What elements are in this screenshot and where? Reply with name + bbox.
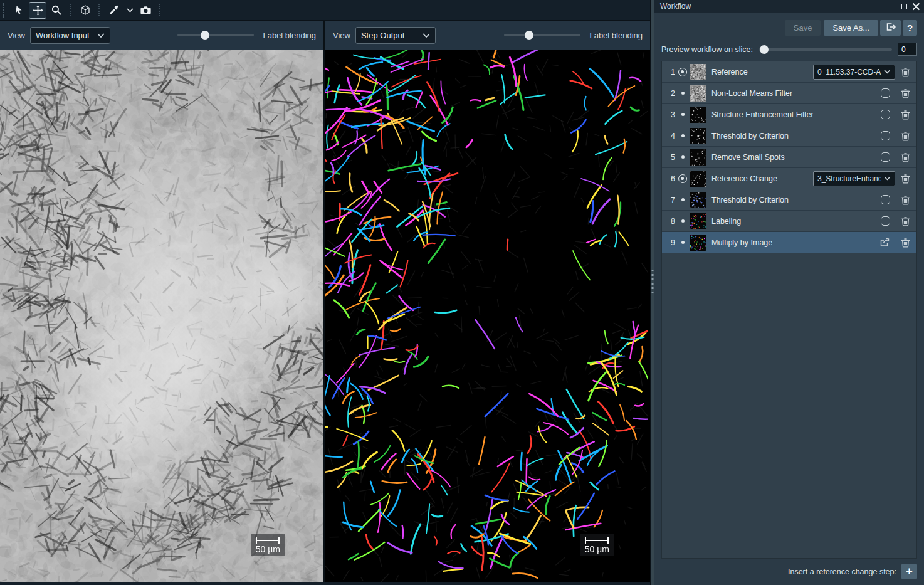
step-output-checkbox[interactable]: [881, 110, 890, 119]
application-window: View Workflow Input Label blending View: [0, 0, 924, 585]
right-scale-bar: 50 µm: [580, 534, 614, 556]
step-label: Threshold by Criterion: [711, 132, 789, 140]
step-output-checkbox[interactable]: [881, 88, 890, 98]
insert-reference-button[interactable]: +: [901, 564, 917, 579]
cube-3d-icon: [80, 4, 91, 16]
step-thumbnail: [690, 149, 706, 166]
chevron-down-icon: [884, 176, 891, 181]
left-view-dropdown[interactable]: Workflow Input: [30, 27, 110, 44]
step-label: Reference: [711, 68, 748, 76]
splitter-grip-icon[interactable]: [652, 270, 654, 296]
close-icon[interactable]: [912, 3, 920, 11]
step-row-non-local-means[interactable]: 2 Non-Local Means Filter: [662, 83, 916, 104]
toolbar-separator: [70, 4, 72, 16]
right-view-dropdown-value: Step Output: [361, 31, 404, 40]
workflow-actions: Save Save As... ?: [661, 20, 917, 36]
active-reference-radio[interactable]: [678, 174, 687, 183]
preview-slice-slider[interactable]: [759, 45, 892, 54]
step-index: 3: [667, 110, 675, 119]
zoom-tool-button[interactable]: [48, 2, 65, 19]
slider-track: [177, 34, 254, 36]
step-row-reference-change[interactable]: 6 Reference Change 3_StructureEnhanc: [662, 168, 916, 189]
delete-step-button[interactable]: [901, 216, 910, 226]
active-reference-radio[interactable]: [678, 68, 687, 76]
camera-icon: [140, 5, 152, 16]
slice-number-input[interactable]: [898, 43, 917, 56]
step-bullet-icon: [681, 134, 685, 137]
step-row-multiply-by-image[interactable]: 9 Multiply by Image: [662, 232, 916, 253]
step-bullet-icon: [681, 198, 685, 201]
save-as-button[interactable]: Save As...: [824, 20, 878, 36]
viewer-panes: 50 µm 50 µm: [0, 50, 650, 582]
view-label: View: [333, 31, 350, 40]
delete-step-button[interactable]: [901, 131, 910, 141]
step-thumbnail: [690, 107, 706, 123]
select-tool-button[interactable]: [10, 2, 28, 19]
reference-change-value: 3_StructureEnhanc: [817, 174, 881, 183]
picker-dropdown-button[interactable]: [124, 2, 135, 19]
step-bullet-icon: [681, 155, 685, 159]
eyedropper-icon: [108, 4, 120, 16]
toolbar-drag-handle[interactable]: [3, 3, 6, 18]
step-output-viewer[interactable]: 50 µm: [325, 50, 650, 582]
toolbar-separator: [159, 4, 161, 16]
box-3d-tool-button[interactable]: [76, 2, 94, 19]
scale-bar-bracket: [256, 537, 280, 544]
picker-tool-button[interactable]: [105, 2, 123, 19]
step-row-structure-enhancement[interactable]: 3 Structure Enhancement Filter: [662, 104, 916, 125]
help-button[interactable]: ?: [903, 20, 917, 36]
right-view-dropdown[interactable]: Step Output: [355, 27, 436, 44]
step-index: 8: [667, 217, 675, 226]
workflow-steps-list: 1 Reference 0_11.53.37-CCD-Ac: [661, 61, 917, 559]
step-row-remove-small-spots[interactable]: 5 Remove Small Spots: [662, 147, 916, 168]
left-label-blending-slider[interactable]: [177, 31, 254, 40]
insert-reference-label: Insert a reference change step:: [788, 567, 896, 576]
delete-step-button[interactable]: [901, 67, 910, 77]
save-button[interactable]: Save: [785, 20, 821, 36]
view-label: View: [8, 31, 25, 40]
slider-handle[interactable]: [525, 31, 533, 40]
delete-step-button[interactable]: [901, 238, 910, 248]
step-row-threshold-1[interactable]: 4 Threshold by Criterion: [662, 125, 916, 147]
panel-splitter[interactable]: [650, 0, 654, 585]
delete-step-button[interactable]: [901, 88, 910, 98]
pan-tool-button[interactable]: [29, 2, 46, 19]
status-strip: [0, 582, 650, 585]
delete-step-button[interactable]: [901, 152, 910, 162]
right-label-blending-slider[interactable]: [504, 31, 580, 40]
reference-source-dropdown[interactable]: 0_11.53.37-CCD-Ac: [813, 65, 895, 80]
maximize-icon[interactable]: [901, 4, 907, 9]
step-output-checkbox[interactable]: [881, 131, 890, 140]
cursor-arrow-icon: [13, 4, 24, 16]
step-row-labeling[interactable]: 8 Labeling: [662, 211, 916, 232]
step-bullet-icon: [681, 113, 685, 116]
step-output-checkbox[interactable]: [881, 195, 890, 204]
left-viewer-options: View Workflow Input Label blending: [0, 21, 325, 50]
delete-step-button[interactable]: [901, 174, 910, 184]
viewer-region: View Workflow Input Label blending View: [0, 0, 650, 585]
step-row-threshold-2[interactable]: 7 Threshold by Criterion: [662, 189, 916, 211]
workflow-panel-titlebar[interactable]: Workflow: [654, 0, 924, 13]
delete-step-button[interactable]: [901, 195, 910, 205]
label-blending-label: Label blending: [589, 31, 643, 40]
step-bullet-icon: [681, 241, 685, 244]
export-step-result-icon[interactable]: [879, 238, 890, 247]
snapshot-tool-button[interactable]: [137, 2, 154, 19]
panel-title: Workflow: [660, 2, 691, 11]
export-workflow-button[interactable]: [880, 20, 901, 36]
step-row-reference[interactable]: 1 Reference 0_11.53.37-CCD-Ac: [662, 61, 916, 83]
reference-change-dropdown[interactable]: 3_StructureEnhanc: [813, 171, 895, 186]
slider-handle[interactable]: [201, 31, 209, 40]
main-toolbar: [0, 0, 650, 21]
step-output-checkbox[interactable]: [881, 216, 890, 226]
step-output-checkbox[interactable]: [881, 152, 890, 162]
delete-step-button[interactable]: [901, 110, 910, 120]
workflow-input-viewer[interactable]: 50 µm: [0, 50, 325, 582]
scale-bar-text: 50 µm: [256, 544, 280, 554]
step-index: 9: [667, 238, 675, 247]
chevron-down-icon: [884, 70, 891, 74]
step-thumbnail: [690, 213, 706, 229]
insert-reference-row: Insert a reference change step: +: [661, 559, 917, 581]
right-viewer-options: View Step Output Label blending: [325, 21, 650, 50]
slider-handle[interactable]: [760, 45, 769, 54]
